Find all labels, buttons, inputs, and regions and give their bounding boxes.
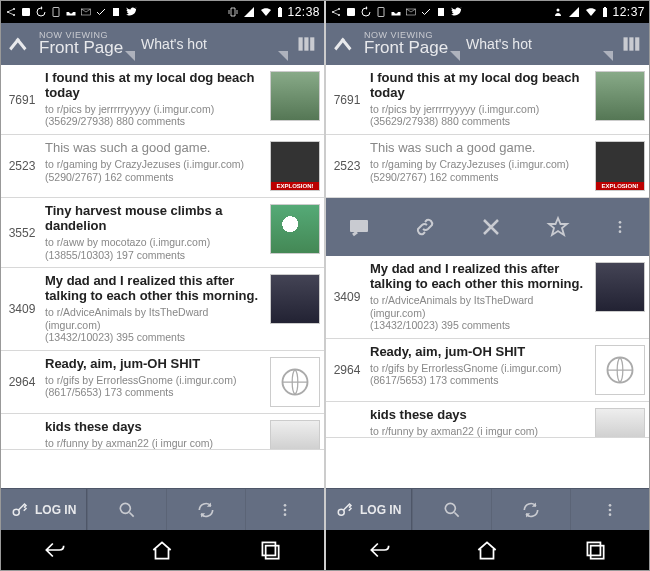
page-selector[interactable]: NOW VIEWING Front Page: [39, 30, 123, 58]
signal-icon: [242, 6, 256, 18]
post-item[interactable]: 2523 This was such a good game. to r/gam…: [1, 135, 324, 198]
svg-point-35: [619, 226, 622, 229]
post-item[interactable]: 7691 I found this at my local dog beach …: [1, 65, 324, 135]
svg-point-40: [609, 504, 612, 507]
signal-icon: [567, 6, 581, 18]
post-thumbnail[interactable]: [270, 274, 320, 324]
post-item[interactable]: kids these days to r/funny by axman22 (i…: [1, 414, 324, 450]
dropdown-icon: [603, 51, 613, 61]
post-title: kids these days: [45, 420, 264, 435]
app-header: NOW VIEWING Front Page What's hot: [326, 23, 649, 65]
post-title: Tiny harvest mouse climbs a dandelion: [45, 204, 264, 234]
svg-rect-44: [591, 546, 604, 559]
svg-rect-4: [53, 8, 59, 17]
login-label: LOG IN: [35, 503, 76, 517]
overflow-button[interactable]: [245, 489, 324, 530]
svg-rect-11: [310, 37, 314, 50]
overflow-button[interactable]: [612, 217, 628, 237]
mail-icon: [80, 6, 92, 18]
status-bar: 12:38: [1, 1, 324, 23]
post-thumbnail[interactable]: [595, 408, 645, 438]
post-meta: to r/AdviceAnimals by ItsTheDward (imgur…: [370, 294, 589, 319]
svg-rect-18: [263, 542, 276, 555]
post-item[interactable]: 3409 My dad and I realized this after ta…: [1, 268, 324, 351]
post-score: 3409: [5, 274, 39, 344]
search-button[interactable]: [87, 489, 166, 530]
refresh-button[interactable]: [491, 489, 570, 530]
svg-rect-10: [304, 37, 308, 50]
tablet-icon: [375, 6, 387, 18]
star-button[interactable]: [546, 215, 570, 239]
post-meta: to r/gaming by CrazyJezuses (i.imgur.com…: [45, 158, 264, 171]
post-item[interactable]: 3552 Tiny harvest mouse climbs a dandeli…: [1, 198, 324, 268]
post-item[interactable]: 2964 Ready, aim, jum-OH SHIT to r/gifs b…: [326, 339, 649, 402]
refresh-button[interactable]: [166, 489, 245, 530]
post-meta2: (35629/27938) 880 comments: [45, 115, 264, 128]
inbox-icon: [390, 6, 402, 18]
post-item[interactable]: 2964 Ready, aim, jum-OH SHIT to r/gifs b…: [1, 351, 324, 414]
login-button[interactable]: LOG IN: [326, 489, 412, 530]
post-item[interactable]: kids these days to r/funny by axman22 (i…: [326, 402, 649, 438]
svg-rect-26: [438, 8, 444, 16]
post-item[interactable]: 7691 I found this at my local dog beach …: [326, 65, 649, 135]
post-thumbnail[interactable]: [595, 71, 645, 121]
post-thumbnail[interactable]: [270, 420, 320, 450]
svg-rect-29: [604, 7, 606, 8]
key-icon: [11, 501, 29, 519]
post-thumbnail[interactable]: [595, 262, 645, 312]
back-button[interactable]: [367, 537, 393, 563]
post-item[interactable]: 2523 This was such a good game. to r/gam…: [326, 135, 649, 198]
post-thumbnail[interactable]: [270, 204, 320, 254]
back-button[interactable]: [42, 537, 68, 563]
sync-icon: [360, 6, 372, 18]
svg-point-21: [338, 8, 340, 10]
overflow-icon: [602, 502, 618, 518]
android-nav-bar: [1, 530, 324, 570]
post-meta: to r/gaming by CrazyJezuses (i.imgur.com…: [370, 158, 589, 171]
overflow-button[interactable]: [570, 489, 649, 530]
svg-point-1: [13, 8, 15, 10]
post-title: My dad and I realized this after talking…: [45, 274, 264, 304]
page-selector[interactable]: NOW VIEWING Front Page: [364, 30, 448, 58]
sort-selector[interactable]: What's hot: [466, 36, 601, 52]
home-button[interactable]: [474, 537, 500, 563]
post-meta2: (5290/2767) 162 comments: [45, 171, 264, 184]
search-icon: [117, 500, 137, 520]
sync-icon: [35, 6, 47, 18]
status-bar: 12:37: [326, 1, 649, 23]
app2-icon: [110, 6, 122, 18]
post-meta: to r/funny by axman22 (i imgur com): [370, 425, 589, 438]
post-meta: to r/funny by axman22 (i imgur com): [45, 437, 264, 450]
app-icon: [20, 6, 32, 18]
post-meta2: (8617/5653) 173 comments: [45, 386, 264, 399]
bottom-toolbar: LOG IN: [1, 488, 324, 530]
post-item[interactable]: 3409 My dad and I realized this after ta…: [326, 256, 649, 339]
post-list: 7691 I found this at my local dog beach …: [1, 65, 324, 488]
post-meta2: (13432/10023) 395 comments: [45, 331, 264, 344]
refresh-icon: [521, 500, 541, 520]
subreddit-drawer-icon[interactable]: [294, 34, 318, 54]
recent-button[interactable]: [257, 537, 283, 563]
close-button[interactable]: [479, 215, 503, 239]
svg-point-36: [619, 230, 622, 233]
subreddit-drawer-icon[interactable]: [619, 34, 643, 54]
post-thumbnail[interactable]: [270, 71, 320, 121]
post-thumbnail[interactable]: [595, 345, 645, 395]
post-thumbnail[interactable]: [270, 141, 320, 191]
post-score: 2523: [5, 141, 39, 191]
post-title: I found this at my local dog beach today: [370, 71, 589, 101]
comment-button[interactable]: [347, 215, 371, 239]
link-button[interactable]: [413, 215, 437, 239]
sort-selector[interactable]: What's hot: [141, 36, 276, 52]
post-thumbnail[interactable]: [270, 357, 320, 407]
battery-icon: [276, 6, 284, 18]
check-icon: [420, 6, 432, 18]
post-score: 3552: [5, 204, 39, 261]
login-button[interactable]: LOG IN: [1, 489, 87, 530]
post-thumbnail[interactable]: [595, 141, 645, 191]
home-button[interactable]: [149, 537, 175, 563]
inbox-icon: [65, 6, 77, 18]
search-button[interactable]: [412, 489, 491, 530]
post-meta: to r/pics by jerrrrryyyyy (i.imgur.com): [45, 103, 264, 116]
recent-button[interactable]: [582, 537, 608, 563]
